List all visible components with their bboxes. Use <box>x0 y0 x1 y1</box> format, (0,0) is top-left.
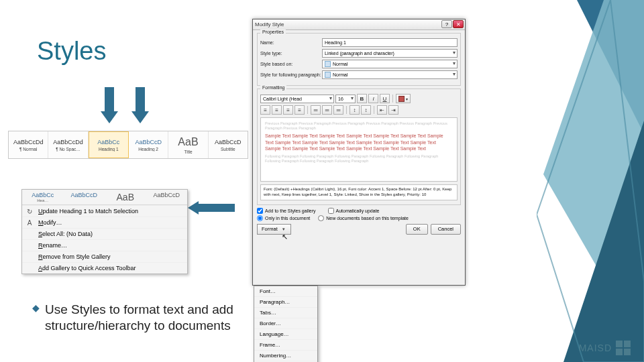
linespacing-3-button[interactable]: ═ <box>333 105 343 115</box>
space-before-inc-button[interactable]: ↕ <box>350 105 360 115</box>
menu-item-icon: ↻ <box>25 207 34 215</box>
cancel-button[interactable]: Cancel <box>431 224 461 235</box>
space-before-dec-button[interactable]: ↕ <box>361 105 371 115</box>
new-docs-template-radio[interactable]: New documents based on this template <box>318 215 409 221</box>
svg-marker-2 <box>564 121 644 362</box>
preview-ghost-top: Previous Paragraph Previous Paragraph Pr… <box>265 121 453 131</box>
pointer-arrow-2 <box>131 87 149 127</box>
basedon-label: Style based on: <box>260 62 322 66</box>
align-right-button[interactable]: ≡ <box>283 105 293 115</box>
preview-sample-text: Sample Text Sample Text Sample Text Samp… <box>265 133 453 152</box>
context-menu-item[interactable]: Add Gallery to Quick Access Toolbar <box>22 262 187 274</box>
menu-item-icon <box>25 241 34 249</box>
format-menu-item[interactable]: Tabs… <box>254 307 317 318</box>
slide-title: Styles <box>37 37 106 66</box>
svg-marker-3 <box>537 0 644 362</box>
style-description: Font: (Default) +Headings (Calibri Light… <box>260 184 458 200</box>
linespacing-2-button[interactable]: ═ <box>322 105 332 115</box>
svg-marker-1 <box>543 0 644 349</box>
menu-item-icon: A <box>25 219 34 227</box>
pointer-arrow-left <box>188 201 235 215</box>
help-button[interactable]: ? <box>441 20 452 28</box>
menu-item-icon <box>25 230 34 238</box>
format-button[interactable]: Format ↖ <box>257 224 291 235</box>
formatting-group: Formatting Calibri Light (Head 16 B I U … <box>257 88 461 205</box>
basedon-combo[interactable]: Normal <box>322 60 458 68</box>
styletype-combo[interactable]: Linked (paragraph and character) <box>322 49 458 58</box>
preview-ghost-bottom: Following Paragraph Following Paragraph … <box>265 154 453 164</box>
underline-button[interactable]: U <box>380 94 390 103</box>
add-to-gallery-checkbox[interactable]: Add to the Styles gallery <box>257 208 316 214</box>
format-menu-item[interactable]: Frame… <box>254 339 317 350</box>
fontsize-combo[interactable]: 16 <box>335 95 356 103</box>
modify-style-dialog: Modify Style ? ✕ Properties Name: Headin… <box>252 19 466 286</box>
style-tile[interactable]: AaBbCcDd¶ No Spac… <box>48 131 88 158</box>
pointer-arrow-1 <box>101 87 118 127</box>
styletype-label: Style type: <box>260 51 322 56</box>
formatting-legend: Formatting <box>260 85 286 90</box>
ok-button[interactable]: OK <box>406 224 428 235</box>
format-menu-item[interactable]: Border… <box>254 318 317 328</box>
auto-update-checkbox[interactable]: Automatically update <box>328 208 380 214</box>
name-input[interactable]: Heading 1 <box>322 38 458 47</box>
slide-decoration <box>537 0 644 362</box>
linespacing-1-button[interactable]: ═ <box>311 105 321 115</box>
properties-legend: Properties <box>260 29 286 34</box>
style-tile-mini[interactable]: AaBbCcHea… <box>22 190 64 204</box>
dialog-title: Modify Style <box>255 21 284 27</box>
font-combo[interactable]: Calibri Light (Head <box>260 95 334 103</box>
dialog-titlebar[interactable]: Modify Style ? ✕ <box>253 19 465 30</box>
bullet-icon: ◆ <box>32 302 40 314</box>
context-menu-item[interactable]: Rename… <box>22 239 187 251</box>
bullet-text: Use Styles to format text and add struct… <box>45 302 247 334</box>
indent-inc-button[interactable]: ⇥ <box>388 105 398 115</box>
align-center-button[interactable]: ≡ <box>272 105 282 115</box>
italic-button[interactable]: I <box>368 94 378 103</box>
maisd-logo: MAISD <box>579 341 631 355</box>
align-left-button[interactable]: ≡ <box>260 105 270 115</box>
context-menu-item[interactable]: Select All: (No Data) <box>22 228 187 239</box>
format-menu-item[interactable]: Numbering… <box>254 350 317 361</box>
style-tile-mini[interactable]: AaB <box>105 190 146 204</box>
fontcolor-button[interactable]: ▾ <box>396 94 411 103</box>
name-label: Name: <box>260 40 322 45</box>
context-menu-item[interactable]: AModify… <box>22 217 187 228</box>
styles-gallery[interactable]: AaBbCcDd¶ NormalAaBbCcDd¶ No Spac…AaBbCc… <box>8 131 248 159</box>
context-menu-item[interactable]: Remove from Style Gallery <box>22 251 187 262</box>
close-button[interactable]: ✕ <box>453 20 464 28</box>
style-tile[interactable]: AaBbCcDHeading 2 <box>129 131 168 158</box>
align-justify-button[interactable]: ≡ <box>294 105 305 115</box>
properties-group: Properties Name: Heading 1 Style type: L… <box>257 33 461 86</box>
style-tile[interactable]: AaBbCcDSubtitle <box>209 131 248 158</box>
style-tile[interactable]: AaBbCcHeading 1 <box>89 131 129 158</box>
context-menu-item[interactable]: ↻Update Heading 1 to Match Selection <box>22 205 187 217</box>
format-menu-item[interactable]: Font… <box>254 286 317 296</box>
svg-marker-0 <box>577 0 644 134</box>
format-menu-item[interactable]: Language… <box>254 328 317 339</box>
following-combo[interactable]: Normal <box>322 70 458 79</box>
format-menu-item[interactable]: Paragraph… <box>254 296 317 307</box>
style-context-menu: AaBbCcHea…AaBbCcDAaBAaBbCcD ↻Update Head… <box>21 189 188 274</box>
preview-pane: Previous Paragraph Previous Paragraph Pr… <box>260 117 458 182</box>
style-tile[interactable]: AaBTitle <box>168 131 208 158</box>
style-tile-mini[interactable]: AaBbCcD <box>146 190 188 204</box>
format-dropdown-menu: Font…Paragraph…Tabs…Border…Language…Fram… <box>254 286 318 362</box>
style-tile[interactable]: AaBbCcDd¶ Normal <box>9 131 48 158</box>
following-label: Style for following paragraph: <box>260 72 322 77</box>
menu-item-icon <box>25 264 34 272</box>
menu-item-icon <box>25 253 34 261</box>
bold-button[interactable]: B <box>357 94 367 103</box>
indent-dec-button[interactable]: ⇤ <box>377 105 387 115</box>
style-tile-mini[interactable]: AaBbCcD <box>64 190 105 204</box>
mouse-cursor-icon: ↖ <box>282 233 288 241</box>
only-this-doc-radio[interactable]: Only in this document <box>257 215 310 221</box>
